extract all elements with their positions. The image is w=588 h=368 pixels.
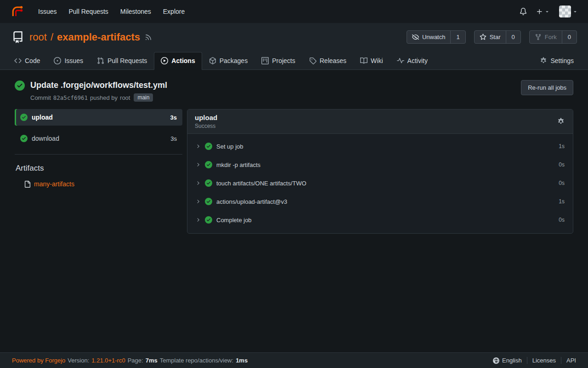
chevron-right-icon [195, 144, 201, 149]
tab-activity[interactable]: Activity [390, 52, 435, 69]
job-item-upload[interactable]: upload 3s [15, 109, 182, 126]
step-name: Set up job [216, 143, 243, 150]
sidebar-divider [15, 154, 182, 155]
fork-icon [535, 34, 542, 40]
watchers-count[interactable]: 1 [450, 31, 465, 43]
navbar-item-milestones[interactable]: Milestones [114, 0, 157, 23]
repo-title: root / example-artifacts [29, 31, 140, 43]
job-options-button[interactable] [556, 117, 565, 126]
job-detail-header: upload Success [187, 109, 573, 134]
gear-icon [540, 57, 547, 64]
tab-actions[interactable]: Actions [154, 52, 202, 70]
tab-pull-requests[interactable]: Pull Requests [90, 52, 154, 69]
template-time-value: 1ms [236, 357, 248, 364]
rerun-all-jobs-button[interactable]: Re-run all jobs [521, 80, 573, 95]
plus-icon [536, 8, 543, 15]
star-label: Star [490, 34, 501, 40]
job-name: download [32, 135, 59, 142]
tab-label: Wiki [371, 57, 383, 64]
footer-right: English Licenses API [488, 357, 576, 364]
step-row-mkdir[interactable]: mkdir -p artifacts 0s [187, 155, 573, 174]
navbar-item-pull-requests[interactable]: Pull Requests [62, 0, 114, 23]
step-duration: 0s [559, 217, 565, 223]
tab-packages[interactable]: Packages [202, 52, 254, 69]
job-item-download[interactable]: download 3s [15, 130, 182, 147]
chevron-down-icon [544, 9, 550, 14]
gear-icon [557, 118, 565, 125]
artifacts-heading: Artifacts [15, 164, 182, 173]
issue-opened-icon [54, 57, 61, 64]
tab-releases[interactable]: Releases [302, 52, 353, 69]
tab-label: Pull Requests [107, 57, 147, 64]
globe-icon [493, 357, 499, 364]
forks-count[interactable]: 0 [562, 31, 577, 43]
eye-closed-icon [412, 34, 419, 40]
powered-by-link[interactable]: Powered by Forgejo [12, 357, 65, 364]
create-new-dropdown[interactable] [536, 8, 550, 15]
version-link[interactable]: 1.21.0+1-rc0 [91, 357, 125, 364]
tab-label: Actions [171, 57, 195, 64]
book-icon [360, 57, 368, 64]
success-check-icon [205, 179, 212, 187]
page-time-label: Page: [128, 357, 143, 364]
rss-icon [145, 34, 152, 41]
tab-code[interactable]: Code [7, 52, 47, 69]
repo-tabs: Code Issues Pull Requests Actions Packag… [0, 48, 588, 70]
project-icon [261, 57, 269, 64]
step-row-set-up-job[interactable]: Set up job 1s [187, 137, 573, 155]
watch-button-group: Unwatch 1 [407, 30, 466, 44]
chevron-right-icon [195, 217, 201, 223]
tab-projects[interactable]: Projects [254, 52, 302, 69]
package-icon [209, 57, 216, 64]
repo-owner-link[interactable]: root [29, 31, 47, 43]
success-check-icon [20, 135, 28, 142]
rss-feed-button[interactable] [145, 34, 152, 41]
language-selector[interactable]: English [488, 357, 527, 364]
repo-name-link[interactable]: example-artifacts [57, 31, 140, 43]
template-time-label: Template repo/actions/view: [160, 357, 233, 364]
tab-settings[interactable]: Settings [533, 52, 581, 69]
notifications-button[interactable] [520, 8, 527, 15]
pulse-icon [397, 57, 404, 64]
top-navbar: Issues Pull Requests Milestones Explore [0, 0, 588, 23]
commit-line: Commit 82a5cf6961 pushed by root main [30, 93, 167, 102]
navbar-item-issues[interactable]: Issues [32, 0, 62, 23]
pusher-link[interactable]: root [120, 94, 130, 101]
navbar-right [520, 6, 578, 17]
branch-badge[interactable]: main [134, 93, 153, 102]
step-row-complete-job[interactable]: Complete job 0s [187, 211, 573, 229]
job-name: upload [32, 114, 53, 121]
step-row-upload-artifact[interactable]: actions/upload-artifact@v3 1s [187, 192, 573, 211]
repo-title-separator: / [51, 31, 53, 43]
user-menu-dropdown[interactable] [559, 6, 578, 17]
tab-label: Projects [272, 57, 295, 64]
commit-sha-link[interactable]: 82a5cf6961 [53, 94, 88, 101]
run-info: Update .forgejo/workflows/test.yml Commi… [15, 80, 167, 102]
tab-label: Packages [220, 57, 248, 64]
tab-issues[interactable]: Issues [47, 52, 90, 69]
step-row-touch-artifacts[interactable]: touch artifacts/ONE artifacts/TWO 0s [187, 174, 573, 192]
artifact-download-link[interactable]: many-artifacts [34, 180, 74, 188]
licenses-link[interactable]: Licenses [527, 357, 561, 364]
unwatch-button[interactable]: Unwatch [407, 31, 451, 43]
step-duration: 0s [559, 161, 565, 168]
play-circle-icon [161, 57, 168, 64]
api-link[interactable]: API [561, 357, 576, 364]
fork-button-group: Fork 0 [529, 30, 577, 44]
fork-label: Fork [545, 34, 557, 40]
tag-icon [309, 57, 317, 64]
success-check-icon [15, 80, 25, 91]
job-duration: 3s [170, 135, 177, 142]
navbar-item-explore[interactable]: Explore [157, 0, 191, 23]
star-button[interactable]: Star [475, 31, 506, 43]
fork-button[interactable]: Fork [530, 31, 562, 43]
forgejo-logo[interactable] [10, 5, 24, 18]
navbar-links: Issues Pull Requests Milestones Explore [32, 0, 191, 23]
step-duration: 0s [559, 180, 565, 186]
bell-icon [520, 8, 527, 15]
run-header: Update .forgejo/workflows/test.yml Commi… [15, 80, 573, 102]
stars-count[interactable]: 0 [506, 31, 520, 43]
actions-run-view: Update .forgejo/workflows/test.yml Commi… [0, 70, 588, 352]
tab-wiki[interactable]: Wiki [353, 52, 390, 69]
page-footer: Powered by Forgejo Version: 1.21.0+1-rc0… [0, 352, 588, 368]
